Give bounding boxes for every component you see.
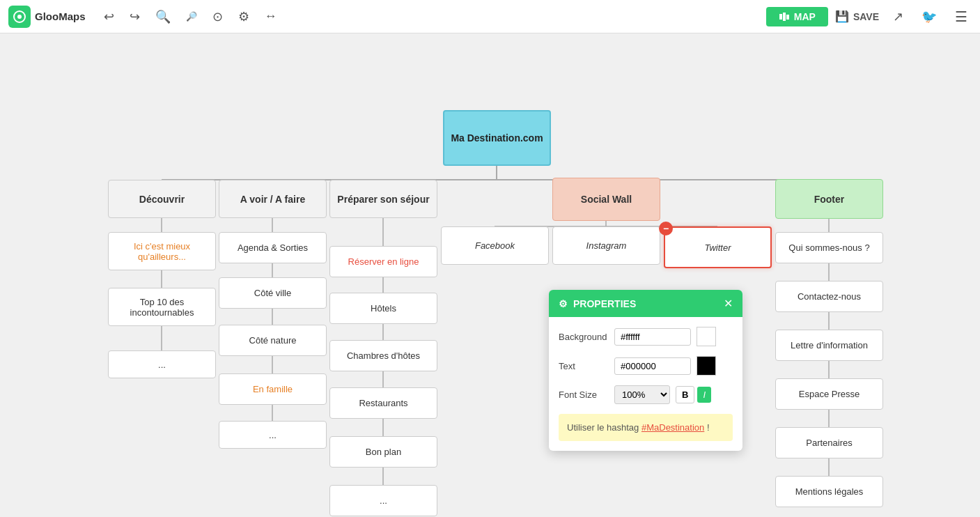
category-footer[interactable]: Footer: [775, 179, 883, 219]
properties-close-button[interactable]: ✕: [724, 297, 733, 310]
category-preparer[interactable]: Préparer son séjour: [329, 180, 437, 218]
props-background-row: Background: [559, 327, 733, 346]
child-footer-1[interactable]: Qui sommes-nous ?: [775, 232, 883, 263]
map-button[interactable]: MAP: [766, 7, 828, 26]
twitter-button[interactable]: 🐦: [917, 6, 941, 27]
child-decouvrir-3[interactable]: ...: [108, 350, 216, 378]
props-text-input[interactable]: [614, 357, 691, 375]
child-footer-4[interactable]: Espace Presse: [775, 378, 883, 410]
properties-body: Background Text Font Size 100% 75% 125% …: [549, 317, 742, 451]
root-node[interactable]: Ma Destination.com: [443, 110, 551, 166]
child-social-instagram[interactable]: Instagram: [552, 226, 660, 265]
svg-point-1: [17, 15, 22, 19]
child-footer-3[interactable]: Lettre d'information: [775, 330, 883, 361]
share-button[interactable]: ↗: [889, 6, 908, 27]
svg-rect-3: [783, 13, 786, 21]
arrows-button[interactable]: ↔: [260, 6, 281, 26]
props-background-swatch[interactable]: [697, 327, 716, 346]
props-title: PROPERTIES: [573, 298, 636, 309]
canvas: Ma Destination.com Découvrir Ici c'est m…: [0, 33, 980, 517]
logo: GlooMaps: [8, 6, 86, 28]
category-a-voir[interactable]: A voir / A faire: [219, 180, 327, 218]
props-fontsize-label: Font Size: [559, 389, 614, 400]
child-preparer-2[interactable]: Hôtels: [329, 293, 437, 324]
header-right: 💾 SAVE ↗ 🐦 ☰: [835, 6, 972, 28]
props-header-left: ⚙ PROPERTIES: [559, 298, 636, 309]
child-preparer-1[interactable]: Réserver en ligne: [329, 246, 437, 277]
props-italic-button[interactable]: I: [697, 387, 711, 403]
svg-rect-2: [779, 14, 782, 20]
props-background-input[interactable]: [614, 328, 691, 346]
child-decouvrir-2[interactable]: Top 10 des incontournables: [108, 288, 216, 326]
properties-panel: ⚙ PROPERTIES ✕ Background Text Font Size: [549, 290, 742, 451]
category-decouvrir[interactable]: Découvrir: [108, 180, 216, 218]
properties-header: ⚙ PROPERTIES ✕: [549, 290, 742, 317]
undo-button[interactable]: ↩: [100, 6, 118, 27]
logo-text: GlooMaps: [35, 10, 86, 22]
category-social-wall[interactable]: Social Wall: [552, 178, 660, 221]
props-text-swatch[interactable]: [697, 356, 716, 376]
child-avoir-2[interactable]: Côté ville: [219, 277, 327, 309]
child-preparer-4[interactable]: Restaurants: [329, 387, 437, 419]
props-text-label: Text: [559, 361, 614, 371]
child-preparer-6[interactable]: ...: [329, 485, 437, 516]
props-note-hashtag[interactable]: #MaDestination: [641, 422, 704, 433]
child-avoir-4[interactable]: En famille: [219, 373, 327, 405]
zoom-in-button[interactable]: 🔎: [182, 8, 201, 24]
child-avoir-3[interactable]: Côté nature: [219, 325, 327, 356]
child-footer-5[interactable]: Partenaires: [775, 427, 883, 458]
header: GlooMaps ↩ ↪ 🔍 🔎 ⊙ ⚙ ↔ MAP 💾 SAVE ↗ 🐦 ☰: [0, 0, 980, 33]
menu-button[interactable]: ☰: [951, 6, 972, 28]
child-footer-2[interactable]: Contactez-nous: [775, 281, 883, 312]
child-avoir-5[interactable]: ...: [219, 421, 327, 449]
props-fontsize-select[interactable]: 100% 75% 125% 150%: [614, 385, 670, 404]
svg-rect-4: [786, 15, 789, 20]
child-avoir-1[interactable]: Agenda & Sorties: [219, 232, 327, 263]
child-decouvrir-1[interactable]: Ici c'est mieux qu'ailleurs...: [108, 232, 216, 270]
settings-button[interactable]: ⚙: [234, 6, 254, 27]
save-button[interactable]: 💾 SAVE: [835, 10, 879, 23]
props-bold-button[interactable]: B: [676, 386, 694, 403]
props-note: Utiliser le hashtag #MaDestination !: [559, 414, 733, 441]
child-footer-6[interactable]: Mentions légales: [775, 476, 883, 507]
props-note-text: Utiliser le hashtag #MaDestination !: [567, 422, 710, 433]
child-social-facebook[interactable]: Facebook: [441, 226, 549, 265]
props-gear-icon: ⚙: [559, 298, 568, 309]
child-preparer-5[interactable]: Bon plan: [329, 436, 437, 468]
props-background-label: Background: [559, 332, 614, 342]
child-preparer-3[interactable]: Chambres d'hôtes: [329, 340, 437, 371]
logo-icon: [8, 6, 31, 28]
props-fontsize-row: Font Size 100% 75% 125% 150% B I: [559, 385, 733, 404]
target-button[interactable]: ⊙: [208, 6, 227, 27]
delete-twitter-badge[interactable]: −: [659, 222, 673, 236]
child-social-twitter[interactable]: Twitter: [664, 226, 772, 268]
props-text-row: Text: [559, 356, 733, 376]
zoom-out-button[interactable]: 🔍: [151, 6, 175, 27]
redo-button[interactable]: ↪: [125, 6, 144, 27]
